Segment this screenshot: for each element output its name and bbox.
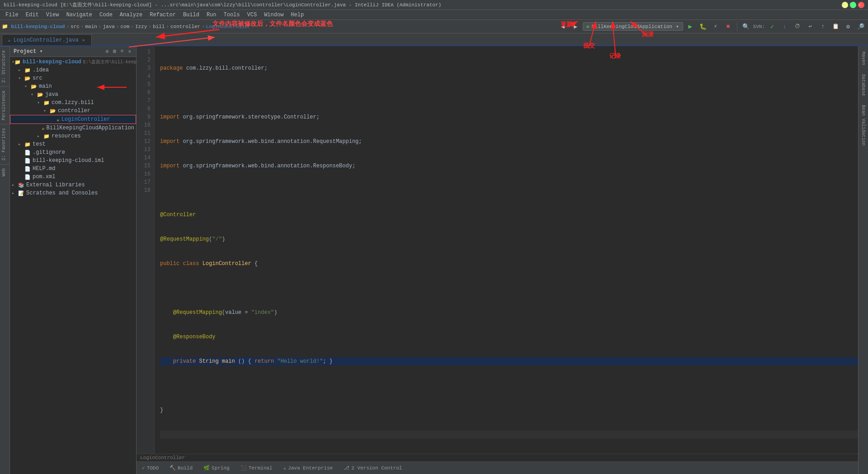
- tree-item-login-controller[interactable]: ▸ ☕ LoginController: [10, 115, 136, 124]
- build-tab[interactable]: 🔨 Build: [166, 464, 196, 472]
- line-num-15: 15: [137, 162, 151, 170]
- tree-item-controller[interactable]: ▾ 📂 controller: [10, 107, 136, 115]
- menu-analyze[interactable]: Analyze: [116, 11, 146, 19]
- tree-label-main: main: [39, 83, 52, 90]
- breadcrumb-sep3: ›: [99, 24, 102, 29]
- maximize-button[interactable]: □: [850, 2, 856, 8]
- tree-item-test[interactable]: ▸ 📁 test: [10, 140, 136, 148]
- tab-close-button[interactable]: ✕: [81, 38, 86, 43]
- menu-refactor[interactable]: Refactor: [146, 11, 179, 19]
- breadcrumb-com[interactable]: com: [120, 24, 129, 29]
- line-numbers: 1 2 3 4 5 6 7 8 ●9 10 11 12 @13 14 15 16: [137, 46, 155, 454]
- menu-build[interactable]: Build: [179, 11, 203, 19]
- tree-item-gitignore[interactable]: ▸ 📄 .gitignore: [10, 148, 136, 156]
- tree-item-idea[interactable]: ▸ 📁 .idea: [10, 66, 136, 74]
- tree-item-project[interactable]: ▾ 📁 bill-keeping-cloud E:\盘面文件\bill-keep…: [10, 58, 136, 66]
- run-config-arrow: ▾: [676, 24, 679, 29]
- database-tab[interactable]: Database: [859, 71, 867, 100]
- run-button[interactable]: ▶: [685, 21, 696, 32]
- tree-arrow-scratches: ▸: [12, 190, 18, 196]
- sidebar-tab-structure[interactable]: 2: Structure: [0, 46, 9, 86]
- panel-controls: ⚙ ⊞ ≡ ✕: [104, 48, 132, 55]
- breadcrumb-file[interactable]: LoginController: [206, 24, 251, 29]
- code-line-5: import org.springframework.web.bind.anno…: [160, 162, 858, 170]
- run-coverage-button[interactable]: ⚡: [710, 21, 721, 32]
- code-editor[interactable]: 1 2 3 4 5 6 7 8 ●9 10 11 12 @13 14 15 16: [137, 46, 858, 454]
- tree-arrow-pom: ▸: [18, 174, 24, 180]
- menu-file[interactable]: File: [2, 11, 22, 19]
- forward-button[interactable]: ▶: [570, 21, 581, 32]
- settings-button[interactable]: ⚙: [843, 21, 854, 32]
- sidebar-tab-persistence[interactable]: Persistence: [0, 86, 9, 124]
- menu-help[interactable]: Help: [287, 11, 307, 19]
- bean-validation-tab[interactable]: Bean Validation: [859, 101, 867, 149]
- tree-item-iml[interactable]: ▸ 📄 bill-keeping-cloud.iml: [10, 156, 136, 165]
- tree-item-resources[interactable]: ▸ 📁 resources: [10, 132, 136, 140]
- tree-item-main[interactable]: ▾ 📂 main: [10, 82, 136, 90]
- tab-login-controller[interactable]: ☕ LoginController.java ✕: [2, 34, 92, 45]
- editor-container: 1 2 3 4 5 6 7 8 ●9 10 11 12 @13 14 15 16: [137, 46, 858, 474]
- tree-arrow-app: ▸: [38, 125, 42, 131]
- svn-history-button[interactable]: ⏱: [792, 21, 803, 32]
- panel-title: Project ▾: [14, 48, 43, 55]
- sidebar-tab-web[interactable]: Web: [0, 164, 9, 180]
- svn-update-button[interactable]: ↓: [779, 21, 790, 32]
- version-control-label: 2 Version Control: [351, 465, 402, 471]
- menu-view[interactable]: View: [42, 11, 63, 19]
- java-enterprise-tab[interactable]: ☕ Java Enterprise: [279, 464, 336, 472]
- spring-tab[interactable]: 🌿 Spring: [200, 464, 233, 472]
- menu-tools[interactable]: Tools: [220, 11, 244, 19]
- version-control-tab[interactable]: ⎇ 2 Version Control: [340, 464, 406, 472]
- breadcrumb-bill[interactable]: bill: [153, 24, 165, 29]
- menu-code[interactable]: Code: [96, 11, 116, 19]
- code-line-16: [160, 431, 858, 439]
- run-config-icon: ▶: [587, 24, 590, 29]
- svn-revert-button[interactable]: ↩: [805, 21, 816, 32]
- breadcrumb-java[interactable]: java: [103, 24, 114, 29]
- debug-button[interactable]: 🐛: [698, 21, 708, 32]
- search-everywhere-button[interactable]: 🔍: [741, 21, 751, 32]
- maven-tab[interactable]: Maven: [859, 48, 867, 69]
- back-button[interactable]: ◀: [557, 21, 568, 32]
- breadcrumb-sep4: ›: [116, 24, 119, 29]
- tree-label-resources: resources: [52, 133, 81, 139]
- sidebar-tab-favorites[interactable]: 2: Favorites: [0, 124, 9, 164]
- tree-item-package[interactable]: ▾ 📁 com.lzzy.bill: [10, 99, 136, 107]
- toolbar-sep1: [737, 22, 737, 31]
- breadcrumb-main[interactable]: main: [85, 24, 97, 29]
- stop-button[interactable]: ■: [723, 21, 734, 32]
- panel-settings-icon[interactable]: ≡: [119, 48, 125, 55]
- menu-edit[interactable]: Edit: [22, 11, 42, 19]
- panel-gear-icon[interactable]: ⚙: [104, 48, 110, 55]
- tree-item-help[interactable]: ▸ 📄 HELP.md: [10, 165, 136, 173]
- menu-run[interactable]: Run: [203, 11, 220, 19]
- tree-item-pom[interactable]: ▸ 📄 pom.xml: [10, 173, 136, 181]
- close-button[interactable]: ✕: [858, 2, 864, 8]
- svn-patch-button[interactable]: 📋: [830, 21, 841, 32]
- panel-close-icon[interactable]: ✕: [127, 48, 132, 55]
- panel-layout-icon[interactable]: ⊞: [112, 48, 118, 55]
- project-panel-header: Project ▾ ⚙ ⊞ ≡ ✕: [10, 46, 136, 57]
- menu-window[interactable]: Window: [260, 11, 287, 19]
- breadcrumb-src[interactable]: src: [71, 24, 80, 29]
- menu-navigate[interactable]: Navigate: [62, 11, 96, 19]
- code-content[interactable]: package com.lzzy.bill.controller; import…: [155, 46, 858, 454]
- svn-commit-button[interactable]: ↑: [817, 21, 828, 32]
- tree-item-app[interactable]: ▸ ☕ BillKeepingCloudApplication: [10, 124, 136, 132]
- breadcrumb-root[interactable]: 📁 bill-keeping-cloud: [2, 24, 65, 29]
- breadcrumb-controller[interactable]: controller: [170, 24, 200, 29]
- minimize-button[interactable]: ─: [842, 2, 848, 8]
- tree-item-java[interactable]: ▾ 📂 java: [10, 90, 136, 99]
- search-button[interactable]: 🔎: [855, 21, 866, 32]
- tree-item-src[interactable]: ▾ 📂 src: [10, 74, 136, 82]
- svn-checkmark-button[interactable]: ✓: [767, 21, 778, 32]
- tree-item-scratches[interactable]: ▸ 📝 Scratches and Consoles: [10, 189, 136, 197]
- menu-vcs[interactable]: VCS: [244, 11, 261, 19]
- run-config-dropdown[interactable]: ▶ BillKeepingCloudApplication ▾: [583, 22, 683, 31]
- breadcrumb-lzzy[interactable]: Izzy: [135, 24, 147, 29]
- tree-label-gitignore: .gitignore: [33, 149, 65, 156]
- tree-label-idea: .idea: [33, 67, 49, 73]
- todo-tab[interactable]: ✓ TODO: [138, 464, 162, 472]
- terminal-tab[interactable]: ⬛ Terminal: [237, 464, 276, 472]
- tree-item-external-libs[interactable]: ▸ 📚 External Libraries: [10, 181, 136, 189]
